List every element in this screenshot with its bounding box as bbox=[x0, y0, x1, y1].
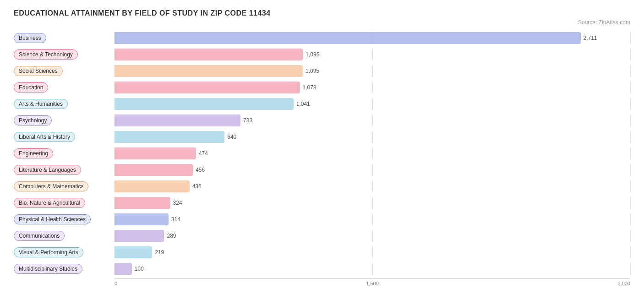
bar bbox=[115, 131, 224, 143]
bar-label: Psychology bbox=[14, 115, 115, 125]
bar bbox=[115, 246, 152, 258]
bar bbox=[115, 230, 164, 242]
bar-container: 2,711 bbox=[115, 32, 630, 44]
bar-label: Physical & Health Sciences bbox=[14, 214, 115, 224]
bar-container: 456 bbox=[115, 164, 630, 176]
bar-value: 640 bbox=[227, 134, 236, 140]
bar-container: 640 bbox=[115, 131, 630, 143]
x-tick: 0 bbox=[115, 281, 286, 286]
bar-value: 324 bbox=[173, 200, 182, 206]
bar-label: Liberal Arts & History bbox=[14, 132, 115, 142]
bar-container: 474 bbox=[115, 147, 630, 159]
bar bbox=[115, 32, 581, 44]
bar-container: 219 bbox=[115, 246, 630, 258]
bar-label: Science & Technology bbox=[14, 49, 115, 60]
bar bbox=[115, 49, 303, 60]
bar-value: 100 bbox=[135, 266, 144, 272]
bar-row: Science & Technology1,096 bbox=[14, 47, 630, 62]
bar-row: Psychology733 bbox=[14, 113, 630, 128]
bar-container: 289 bbox=[115, 230, 630, 242]
bar bbox=[115, 180, 190, 192]
bar-label: Visual & Performing Arts bbox=[14, 247, 115, 257]
source-label: Source: ZipAtlas.com bbox=[14, 19, 630, 26]
bar-value: 1,078 bbox=[303, 84, 317, 91]
bar-label: Computers & Mathematics bbox=[14, 181, 115, 191]
bar-value: 456 bbox=[196, 167, 205, 173]
bar-value: 474 bbox=[199, 150, 208, 157]
bar-container: 1,041 bbox=[115, 98, 630, 110]
bar-label: Engineering bbox=[14, 148, 115, 158]
bar-container: 1,078 bbox=[115, 82, 630, 93]
bar bbox=[115, 147, 196, 159]
bars-wrapper: Business2,711Science & Technology1,096So… bbox=[14, 30, 630, 277]
bar-container: 100 bbox=[115, 263, 630, 275]
bar-row: Literature & Languages456 bbox=[14, 162, 630, 178]
bar-container: 1,096 bbox=[115, 49, 630, 60]
bar-row: Social Sciences1,095 bbox=[14, 63, 630, 79]
bar-value: 2,711 bbox=[584, 35, 597, 41]
bar-container: 436 bbox=[115, 180, 630, 192]
bar bbox=[115, 82, 300, 93]
bar-label: Bio, Nature & Agricultural bbox=[14, 198, 115, 208]
chart-title: EDUCATIONAL ATTAINMENT BY FIELD OF STUDY… bbox=[14, 9, 630, 17]
x-tick: 3,000 bbox=[458, 281, 630, 286]
bar-container: 733 bbox=[115, 115, 630, 126]
bar-value: 289 bbox=[167, 233, 176, 239]
x-tick: 1,500 bbox=[286, 281, 458, 286]
bar-row: Communications289 bbox=[14, 228, 630, 244]
bar bbox=[115, 115, 240, 126]
bar bbox=[115, 98, 294, 110]
bar-label: Education bbox=[14, 82, 115, 93]
bar-label: Literature & Languages bbox=[14, 165, 115, 175]
bar-label: Social Sciences bbox=[14, 66, 115, 76]
bar-label: Communications bbox=[14, 231, 115, 241]
chart-area: Business2,711Science & Technology1,096So… bbox=[14, 30, 630, 286]
bar-container: 314 bbox=[115, 213, 630, 225]
bar bbox=[115, 263, 132, 275]
bar-row: Bio, Nature & Agricultural324 bbox=[14, 195, 630, 211]
bar-value: 1,096 bbox=[306, 51, 319, 58]
bar-label: Multidisciplinary Studies bbox=[14, 264, 115, 274]
bar-container: 1,095 bbox=[115, 65, 630, 77]
bar-value: 733 bbox=[243, 117, 252, 124]
bar-row: Physical & Health Sciences314 bbox=[14, 212, 630, 227]
bar-row: Visual & Performing Arts219 bbox=[14, 245, 630, 260]
bar-value: 436 bbox=[192, 183, 202, 190]
bar bbox=[115, 65, 303, 77]
bar-row: Engineering474 bbox=[14, 146, 630, 161]
bar-label: Arts & Humanities bbox=[14, 99, 115, 109]
bar-row: Multidisciplinary Studies100 bbox=[14, 261, 630, 277]
bar bbox=[115, 213, 169, 225]
bar bbox=[115, 164, 193, 176]
bar-value: 1,095 bbox=[306, 68, 319, 74]
bar-container: 324 bbox=[115, 197, 630, 209]
x-axis: 01,5003,000 bbox=[115, 278, 630, 286]
bar-value: 1,041 bbox=[296, 101, 310, 107]
bar bbox=[115, 197, 170, 209]
bar-row: Arts & Humanities1,041 bbox=[14, 96, 630, 112]
bar-row: Education1,078 bbox=[14, 80, 630, 95]
bar-row: Business2,711 bbox=[14, 30, 630, 46]
bar-label: Business bbox=[14, 33, 115, 43]
bar-row: Liberal Arts & History640 bbox=[14, 129, 630, 145]
bar-value: 219 bbox=[155, 249, 164, 256]
bar-row: Computers & Mathematics436 bbox=[14, 179, 630, 194]
bar-value: 314 bbox=[171, 216, 180, 223]
